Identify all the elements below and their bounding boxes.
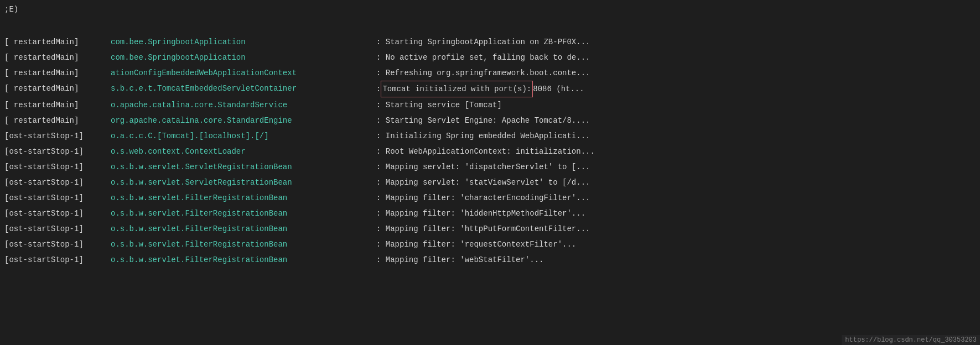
log-row: [ restartedMain] com.bee.SpringbootAppli…	[0, 50, 980, 65]
thread-label: [ost-startStop-1]	[0, 128, 111, 144]
class-label: o.s.b.w.servlet.ServletRegistrationBean	[111, 175, 376, 190]
class-label: org.apache.catalina.core.StandardEngine	[111, 113, 376, 128]
thread-label: [ restartedMain]	[0, 97, 111, 113]
log-row: [ost-startStop-1] o.a.c.c.C.[Tomcat].[lo…	[0, 128, 980, 144]
message-text: : Starting service [Tomcat]	[376, 97, 980, 113]
thread-label: [ restartedMain]	[0, 113, 111, 128]
message-text: : No active profile set, falling back to…	[376, 50, 980, 65]
message-text: : Refreshing org.springframework.boot.co…	[376, 65, 980, 81]
thread-label: [ost-startStop-1]	[0, 175, 111, 190]
thread-label: [ost-startStop-1]	[0, 159, 111, 175]
message-text: : Starting SpringbootApplication on ZB-P…	[376, 34, 980, 50]
log-row: [ost-startStop-1] o.s.b.w.servlet.Filter…	[0, 190, 980, 206]
message-text: : Mapping filter: 'characterEncodingFilt…	[376, 190, 980, 206]
log-row: [ost-startStop-1] o.s.b.w.servlet.Filter…	[0, 252, 980, 268]
message-text: : Mapping filter: 'requestContextFilter'…	[376, 237, 980, 252]
highlight-tomcat-port: Tomcat initialized with port(s):	[381, 81, 533, 97]
class-label: com.bee.SpringbootApplication	[111, 50, 376, 65]
message-text-highlighted: : Tomcat initialized with port(s): 8086 …	[376, 81, 980, 97]
thread-label: [ost-startStop-1]	[0, 252, 111, 268]
thread-label: [ost-startStop-1]	[0, 206, 111, 221]
thread-label: [ost-startStop-1]	[0, 190, 111, 206]
thread-label: [ restartedMain]	[0, 50, 111, 65]
empty-row	[0, 19, 980, 34]
class-label: o.s.b.w.servlet.FilterRegistrationBean	[111, 190, 376, 206]
log-row: [ost-startStop-1] o.s.web.context.Contex…	[0, 144, 980, 159]
class-label: s.b.c.e.t.TomcatEmbeddedServletContainer	[111, 81, 376, 96]
message-text: : Starting Servlet Engine: Apache Tomcat…	[376, 113, 980, 128]
thread-label: [ restartedMain]	[0, 65, 111, 81]
log-row: [ restartedMain] org.apache.catalina.cor…	[0, 113, 980, 128]
top-partial-text: ;E)	[0, 0, 980, 19]
message-text: : Mapping filter: 'hiddenHttpMethodFilte…	[376, 206, 980, 221]
message-text: : Mapping servlet: 'statViewServlet' to …	[376, 175, 980, 190]
class-label: o.apache.catalina.core.StandardService	[111, 97, 376, 113]
class-label: ationConfigEmbeddedWebApplicationContext	[111, 65, 376, 81]
log-row: [ost-startStop-1] o.s.b.w.servlet.Filter…	[0, 206, 980, 221]
log-row-highlighted: [ restartedMain] s.b.c.e.t.TomcatEmbedde…	[0, 81, 980, 97]
class-label: o.s.b.w.servlet.FilterRegistrationBean	[111, 206, 376, 221]
message-text: : Root WebApplicationContext: initializa…	[376, 144, 980, 159]
log-row: [ restartedMain] com.bee.SpringbootAppli…	[0, 34, 980, 50]
empty-thread	[0, 19, 111, 34]
log-row: [ restartedMain] ationConfigEmbeddedWebA…	[0, 65, 980, 81]
message-before: :	[376, 81, 381, 97]
thread-label: [ost-startStop-1]	[0, 237, 111, 252]
class-label: o.s.web.context.ContextLoader	[111, 144, 376, 159]
log-row: [ost-startStop-1] o.s.b.w.servlet.Servle…	[0, 175, 980, 190]
class-label: o.s.b.w.servlet.FilterRegistrationBean	[111, 221, 376, 237]
log-row: [ost-startStop-1] o.s.b.w.servlet.Servle…	[0, 159, 980, 175]
class-label: o.s.b.w.servlet.FilterRegistrationBean	[111, 252, 376, 268]
class-label: o.s.b.w.servlet.FilterRegistrationBean	[111, 237, 376, 252]
message-after: 8086 (ht...	[533, 81, 584, 97]
thread-label: [ restartedMain]	[0, 81, 111, 96]
message-text: : Initializing Spring embedded WebApplic…	[376, 128, 980, 144]
bottom-url-bar: https://blog.csdn.net/qq_30353203	[842, 335, 980, 345]
class-label: com.bee.SpringbootApplication	[111, 34, 376, 50]
message-text: : Mapping filter: 'webStatFilter'...	[376, 252, 980, 268]
thread-label: [ost-startStop-1]	[0, 221, 111, 237]
thread-label: [ restartedMain]	[0, 34, 111, 50]
class-label: o.s.b.w.servlet.ServletRegistrationBean	[111, 159, 376, 175]
console-container: ;E) [ restartedMain] com.bee.SpringbootA…	[0, 0, 980, 345]
class-label: o.a.c.c.C.[Tomcat].[localhost].[/]	[111, 128, 376, 144]
message-text: : Mapping filter: 'httpPutFormContentFil…	[376, 221, 980, 237]
thread-label: [ost-startStop-1]	[0, 144, 111, 159]
log-row: [ restartedMain] o.apache.catalina.core.…	[0, 97, 980, 113]
message-text: : Mapping servlet: 'dispatcherServlet' t…	[376, 159, 980, 175]
log-row: [ost-startStop-1] o.s.b.w.servlet.Filter…	[0, 237, 980, 252]
log-row: [ost-startStop-1] o.s.b.w.servlet.Filter…	[0, 221, 980, 237]
